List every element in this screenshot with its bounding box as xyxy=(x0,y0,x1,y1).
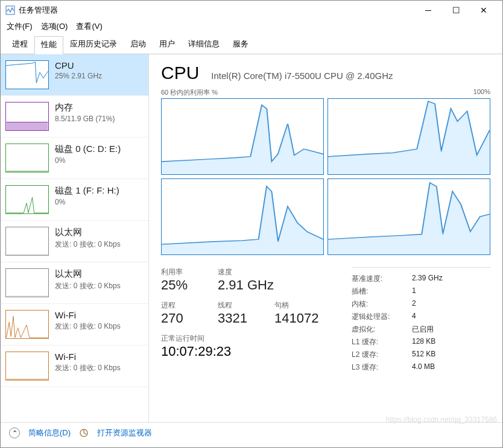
proc-label: 进程 xyxy=(161,300,203,311)
thumb-icon xyxy=(5,60,49,89)
menubar: 文件(F) 选项(O) 查看(V) xyxy=(1,20,502,33)
threads-label: 线程 xyxy=(218,300,260,311)
resmon-icon xyxy=(79,428,89,438)
threads-value: 3321 xyxy=(218,311,260,326)
detail-row: 插槽:1 xyxy=(352,285,490,298)
sidebar-item[interactable]: 磁盘 1 (F: F: H:)0% xyxy=(1,179,148,221)
uptime-value: 10:07:29:23 xyxy=(161,344,334,359)
sidebar-item-name: 以太网 xyxy=(55,227,144,238)
detail-value: 已启用 xyxy=(412,324,434,335)
detail-key: 插槽: xyxy=(352,286,412,297)
detail-row: L3 缓存:4.0 MB xyxy=(352,361,490,374)
detail-key: 内核: xyxy=(352,299,412,309)
cpu-chart-3 xyxy=(161,178,324,255)
util-label: 利用率 xyxy=(161,267,203,277)
tab-startup[interactable]: 启动 xyxy=(124,36,153,54)
menu-file[interactable]: 文件(F) xyxy=(7,21,33,32)
sidebar-item-name: CPU xyxy=(55,60,144,71)
detail-key: L1 缓存: xyxy=(352,337,412,347)
svg-rect-1 xyxy=(7,122,48,130)
handles-value: 141072 xyxy=(274,311,318,326)
proc-value: 270 xyxy=(161,311,203,326)
sidebar-item-sub: 0% xyxy=(55,156,144,165)
sidebar-item[interactable]: Wi-Fi发送: 0 接收: 0 Kbps xyxy=(1,304,148,345)
main-panel: CPU Intel(R) Core(TM) i7-5500U CPU @ 2.4… xyxy=(149,54,502,422)
detail-row: 内核:2 xyxy=(352,298,490,311)
chart-label-right: 100% xyxy=(473,88,490,97)
thumb-icon xyxy=(5,268,49,297)
sidebar-item-sub: 发送: 0 接收: 0 Kbps xyxy=(55,239,144,250)
detail-key: L3 缓存: xyxy=(352,362,412,373)
tab-services[interactable]: 服务 xyxy=(226,36,255,54)
window-title: 任务管理器 xyxy=(19,5,414,16)
window-controls: ─ ☐ ✕ xyxy=(414,1,498,19)
speed-value: 2.91 GHz xyxy=(218,277,274,293)
thumb-icon xyxy=(5,102,49,131)
page-title: CPU xyxy=(161,63,199,83)
sidebar-item-sub: 8.5/11.9 GB (71%) xyxy=(55,115,144,123)
maximize-button[interactable]: ☐ xyxy=(442,1,470,19)
sidebar-item[interactable]: 以太网发送: 0 接收: 0 Kbps xyxy=(1,262,148,304)
sidebar-item[interactable]: 磁盘 0 (C: D: E:)0% xyxy=(1,137,148,179)
detail-value: 4.0 MB xyxy=(412,362,435,373)
sidebar-item-name: 内存 xyxy=(55,102,144,113)
cpu-model: Intel(R) Core(TM) i7-5500U CPU @ 2.40GHz xyxy=(211,71,393,81)
sidebar-item-name: 磁盘 1 (F: F: H:) xyxy=(55,185,144,197)
detail-value: 1 xyxy=(412,286,416,297)
detail-key: 逻辑处理器: xyxy=(352,312,412,322)
minimize-button[interactable]: ─ xyxy=(414,1,442,19)
tabs: 进程 性能 应用历史记录 启动 用户 详细信息 服务 xyxy=(1,33,502,54)
content: CPU25% 2.91 GHz内存8.5/11.9 GB (71%)磁盘 0 (… xyxy=(1,54,502,422)
detail-value: 2.39 GHz xyxy=(412,274,443,284)
chart-label-left: 60 秒内的利用率 % xyxy=(161,88,218,97)
fewer-details-link[interactable]: 简略信息(D) xyxy=(28,427,71,438)
watermark: https://blog.csdn.net/qq_33317586 xyxy=(386,415,497,424)
sidebar-item-sub: 25% 2.91 GHz xyxy=(55,72,144,80)
sidebar-item[interactable]: 内存8.5/11.9 GB (71%) xyxy=(1,96,148,137)
tab-users[interactable]: 用户 xyxy=(153,36,182,54)
cpu-chart-4 xyxy=(327,178,490,255)
detail-value: 2 xyxy=(412,299,416,309)
sidebar-item[interactable]: 以太网发送: 0 接收: 0 Kbps xyxy=(1,221,148,262)
detail-row: 逻辑处理器:4 xyxy=(352,311,490,323)
tab-processes[interactable]: 进程 xyxy=(5,36,34,54)
stats: 利用率25% 速度2.91 GHz 进程270 线程3321 句柄141072 … xyxy=(161,267,490,374)
resmon-link[interactable]: 打开资源监视器 xyxy=(97,427,152,438)
sidebar-item[interactable]: Wi-Fi发送: 0 接收: 0 Kbps xyxy=(1,345,148,387)
cpu-chart-2 xyxy=(327,98,490,175)
menu-view[interactable]: 查看(V) xyxy=(76,21,102,32)
detail-row: L1 缓存:128 KB xyxy=(352,336,490,349)
thumb-icon xyxy=(5,352,49,380)
thumb-icon xyxy=(5,185,49,214)
sidebar-item-name: 以太网 xyxy=(55,268,144,280)
detail-value: 128 KB xyxy=(412,337,435,347)
speed-label: 速度 xyxy=(218,267,274,277)
menu-options[interactable]: 选项(O) xyxy=(41,21,68,32)
sidebar-item-name: Wi-Fi xyxy=(55,352,144,362)
detail-row: 虚拟化:已启用 xyxy=(352,323,490,336)
sidebar-item-name: Wi-Fi xyxy=(55,310,144,320)
detail-row: L2 缓存:512 KB xyxy=(352,349,490,361)
tab-performance[interactable]: 性能 xyxy=(34,36,63,54)
chevron-up-icon[interactable]: ⌃ xyxy=(9,427,20,438)
handles-label: 句柄 xyxy=(274,300,318,311)
close-button[interactable]: ✕ xyxy=(470,1,498,19)
cpu-chart-1 xyxy=(161,98,324,175)
util-value: 25% xyxy=(161,277,203,293)
thumb-icon xyxy=(5,144,49,172)
sidebar[interactable]: CPU25% 2.91 GHz内存8.5/11.9 GB (71%)磁盘 0 (… xyxy=(1,54,149,422)
titlebar: 任务管理器 ─ ☐ ✕ xyxy=(1,1,502,20)
sidebar-item[interactable]: CPU25% 2.91 GHz xyxy=(1,54,148,96)
detail-value: 512 KB xyxy=(412,350,435,360)
thumb-icon xyxy=(5,227,49,256)
tab-details[interactable]: 详细信息 xyxy=(182,36,226,54)
tab-app-history[interactable]: 应用历史记录 xyxy=(63,36,124,54)
detail-value: 4 xyxy=(412,312,416,322)
sidebar-item-name: 磁盘 0 (C: D: E:) xyxy=(55,144,144,155)
sidebar-item-sub: 发送: 0 接收: 0 Kbps xyxy=(55,321,144,332)
cpu-charts xyxy=(161,98,490,255)
sidebar-item-sub: 发送: 0 接收: 0 Kbps xyxy=(55,281,144,291)
sidebar-item-sub: 发送: 0 接收: 0 Kbps xyxy=(55,363,144,373)
detail-key: L2 缓存: xyxy=(352,350,412,360)
detail-row: 基准速度:2.39 GHz xyxy=(352,273,490,285)
